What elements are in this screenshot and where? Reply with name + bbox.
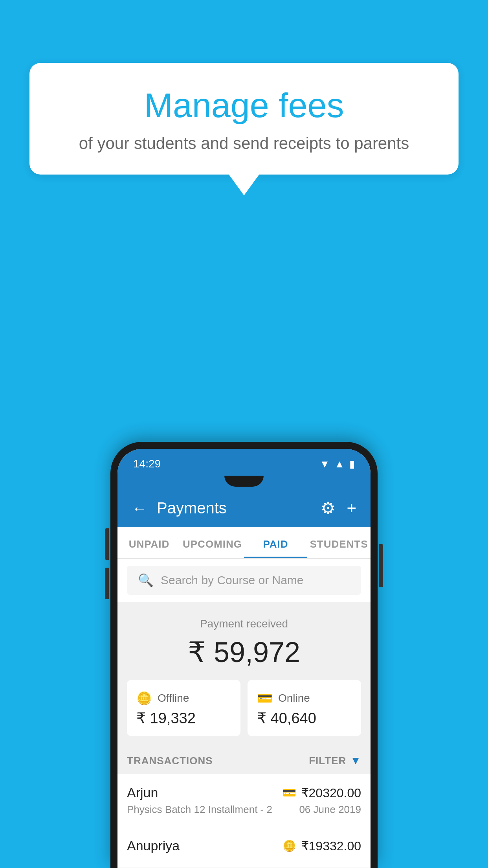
bubble-box: Manage fees of your students and send re… — [29, 63, 459, 175]
transaction-date-arjun: 06 June 2019 — [299, 804, 361, 816]
search-icon: 🔍 — [138, 573, 154, 588]
notch-area — [117, 476, 371, 489]
offline-card-header: 🪙 Offline — [136, 691, 231, 706]
transaction-top-anupriya: Anupriya 🪙 ₹19332.00 — [127, 838, 361, 853]
search-container: 🔍 Search by Course or Name — [117, 559, 371, 602]
signal-icon: ▲ — [334, 458, 345, 470]
camera-notch — [224, 476, 264, 487]
status-bar: 14:29 ▼ ▲ ▮ — [117, 449, 371, 476]
offline-payment-icon: 🪙 — [283, 839, 296, 852]
total-payment-amount: ₹ 59,972 — [127, 636, 361, 669]
settings-icon[interactable]: ⚙ — [321, 498, 336, 518]
tab-unpaid[interactable]: UNPAID — [117, 527, 181, 558]
tab-bar: UNPAID UPCOMING PAID STUDENTS — [117, 527, 371, 559]
online-card-header: 💳 Online — [257, 691, 352, 706]
app-bar-title: Payments — [157, 499, 227, 517]
app-bar-right: ⚙ + — [321, 498, 356, 518]
filter-label: FILTER — [309, 755, 346, 767]
volume-down-button — [105, 568, 109, 599]
search-box[interactable]: 🔍 Search by Course or Name — [127, 566, 361, 595]
phone-screen: 14:29 ▼ ▲ ▮ ← Payments ⚙ + UNPAID U — [117, 449, 371, 868]
transaction-amount-anupriya: ₹19332.00 — [301, 839, 361, 853]
payment-received-label: Payment received — [127, 618, 361, 630]
offline-label: Offline — [158, 692, 189, 704]
transactions-header: TRANSACTIONS FILTER ▼ — [117, 747, 371, 774]
filter-area[interactable]: FILTER ▼ — [309, 754, 361, 767]
online-amount: ₹ 40,640 — [257, 710, 352, 727]
transaction-amount-area-anupriya: 🪙 ₹19332.00 — [283, 839, 361, 853]
offline-amount: ₹ 19,332 — [136, 710, 231, 727]
app-bar: ← Payments ⚙ + — [117, 489, 371, 527]
transaction-amount-arjun: ₹20320.00 — [301, 785, 361, 800]
tab-students[interactable]: STUDENTS — [307, 527, 371, 558]
wifi-icon: ▼ — [320, 458, 330, 470]
battery-icon: ▮ — [349, 458, 355, 470]
transaction-amount-area-arjun: 💳 ₹20320.00 — [283, 785, 361, 800]
payment-cards: 🪙 Offline ₹ 19,332 💳 Online ₹ 40,640 — [117, 680, 371, 747]
add-button[interactable]: + — [347, 499, 356, 518]
transaction-top-arjun: Arjun 💳 ₹20320.00 — [127, 785, 361, 800]
transactions-label: TRANSACTIONS — [127, 755, 213, 767]
status-time: 14:29 — [133, 458, 161, 470]
transaction-name-arjun: Arjun — [127, 785, 158, 800]
offline-payment-card: 🪙 Offline ₹ 19,332 — [127, 680, 240, 736]
tab-upcoming[interactable]: UPCOMING — [181, 527, 244, 558]
search-placeholder: Search by Course or Name — [161, 574, 304, 587]
transaction-description-arjun: Physics Batch 12 Installment - 2 — [127, 804, 272, 816]
online-label: Online — [278, 692, 310, 704]
status-icons: ▼ ▲ ▮ — [320, 458, 355, 470]
promo-bubble: Manage fees of your students and send re… — [29, 63, 459, 195]
transaction-bottom-arjun: Physics Batch 12 Installment - 2 06 June… — [127, 804, 361, 816]
payment-received-section: Payment received ₹ 59,972 — [117, 602, 371, 680]
tab-paid[interactable]: PAID — [244, 527, 307, 558]
bubble-tail — [228, 174, 260, 195]
online-payment-card: 💳 Online ₹ 40,640 — [248, 680, 361, 736]
filter-icon: ▼ — [350, 754, 361, 767]
transaction-row-anupriya[interactable]: Anupriya 🪙 ₹19332.00 — [117, 827, 371, 868]
phone-frame: 14:29 ▼ ▲ ▮ ← Payments ⚙ + UNPAID U — [110, 442, 378, 868]
power-button — [379, 544, 383, 587]
back-button[interactable]: ← — [132, 500, 147, 516]
transaction-name-anupriya: Anupriya — [127, 838, 180, 853]
bubble-title: Manage fees — [61, 86, 427, 125]
bubble-subtitle: of your students and send receipts to pa… — [61, 134, 427, 153]
app-bar-left: ← Payments — [132, 499, 227, 517]
transaction-row-arjun[interactable]: Arjun 💳 ₹20320.00 Physics Batch 12 Insta… — [117, 774, 371, 827]
volume-up-button — [105, 528, 109, 560]
online-payment-icon: 💳 — [283, 786, 296, 799]
online-icon: 💳 — [257, 691, 273, 706]
offline-icon: 🪙 — [136, 691, 152, 706]
